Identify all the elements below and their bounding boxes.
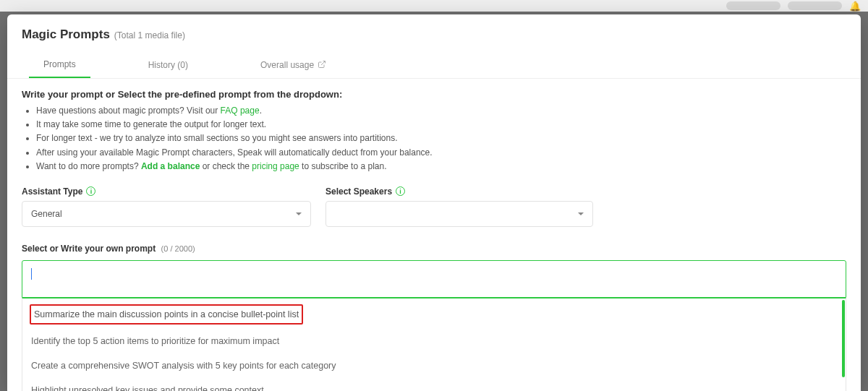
instruction-text: Want to do more prompts?: [36, 161, 141, 171]
info-icon[interactable]: i: [86, 186, 95, 196]
pricing-link[interactable]: pricing page: [252, 161, 299, 171]
svg-line-0: [321, 61, 326, 66]
prompt-label: Select or Write your own prompt: [22, 244, 156, 254]
select-speakers-field: Select Speakers i: [326, 186, 593, 227]
chevron-down-icon: [296, 212, 302, 215]
tabs-bar: Prompts History (0) Overall usage: [7, 52, 861, 79]
suggestion-item-summarize[interactable]: Summarize the main discussion points in …: [30, 304, 303, 325]
instruction-item: It may take some time to generate the ou…: [36, 118, 846, 132]
tab-history[interactable]: History (0): [134, 52, 203, 78]
assistant-type-select[interactable]: General: [22, 201, 311, 227]
tab-usage-label: Overall usage: [260, 60, 314, 70]
instruction-text: .: [260, 106, 262, 116]
bell-icon: 🔔: [849, 1, 861, 12]
modal-content: Write your prompt or Select the pre-defi…: [7, 79, 861, 391]
scrollbar-track: [841, 298, 846, 391]
scrollbar-thumb[interactable]: [842, 300, 845, 377]
modal-title: Magic Prompts: [22, 27, 110, 42]
add-balance-link[interactable]: Add a balance: [141, 161, 200, 171]
info-icon[interactable]: i: [396, 186, 405, 196]
instruction-item: Want to do more prompts? Add a balance o…: [36, 160, 846, 173]
instructions-list: Have questions about magic prompts? Visi…: [22, 104, 846, 173]
tab-prompts[interactable]: Prompts: [29, 52, 90, 78]
prompt-counter: (0 / 2000): [161, 244, 195, 253]
assistant-type-value: General: [31, 209, 62, 219]
magic-prompts-modal: Magic Prompts (Total 1 media file) Promp…: [7, 14, 861, 391]
tab-overall-usage[interactable]: Overall usage: [246, 52, 341, 78]
instruction-text: Have questions about magic prompts? Visi…: [36, 106, 221, 116]
background-pill: [788, 1, 842, 10]
prompt-input[interactable]: [22, 260, 846, 298]
instruction-item: After using your available Magic Prompt …: [36, 146, 846, 160]
assistant-type-field: Assistant Type i General: [22, 186, 311, 227]
modal-header: Magic Prompts (Total 1 media file): [7, 14, 861, 52]
instruction-text: to subscribe to a plan.: [299, 161, 387, 171]
instruction-item: Have questions about magic prompts? Visi…: [36, 104, 846, 118]
assistant-type-label: Assistant Type: [22, 186, 82, 197]
tab-prompts-label: Prompts: [43, 59, 76, 69]
suggestion-item-swot[interactable]: Create a comprehensive SWOT analysis wit…: [22, 353, 846, 378]
background-top-bar: 🔔: [0, 0, 868, 12]
external-link-icon: [318, 60, 326, 70]
select-speakers-select[interactable]: [326, 201, 593, 227]
background-pill: [726, 1, 780, 10]
select-speakers-label: Select Speakers: [326, 186, 392, 197]
prompt-suggestions-dropdown: Summarize the main discussion points in …: [22, 298, 846, 391]
modal-subtitle: (Total 1 media file): [114, 30, 185, 40]
chevron-down-icon: [578, 212, 584, 215]
instruction-text: or check the: [200, 161, 252, 171]
faq-link[interactable]: FAQ page: [221, 106, 260, 116]
text-cursor: [31, 268, 32, 280]
instruction-item: For longer text - we try to analyze into…: [36, 132, 846, 145]
instructions-title: Write your prompt or Select the pre-defi…: [22, 89, 846, 100]
suggestion-item-action-items[interactable]: Identify the top 5 action items to prior…: [22, 329, 846, 353]
suggestion-item-unresolved[interactable]: Highlight unresolved key issues and prov…: [22, 378, 846, 391]
tab-history-label: History (0): [148, 60, 188, 70]
